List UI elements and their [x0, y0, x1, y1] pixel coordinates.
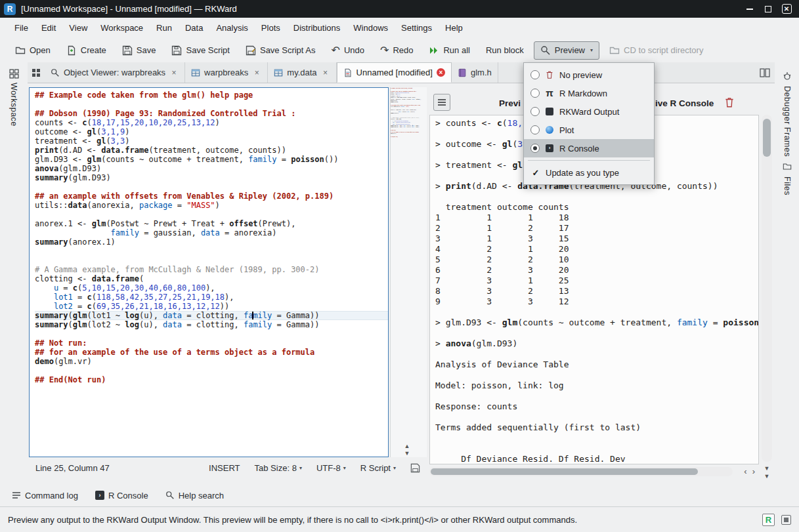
sidebar-item-workspace[interactable]: Workspace — [9, 83, 18, 127]
preview-title-fragment: ive R Console — [655, 92, 714, 115]
tab-label: Object Viewer: warpbreaks — [64, 68, 165, 77]
redo-button[interactable]: ↷ Redo — [374, 42, 419, 59]
run-block-label: Run block — [486, 45, 524, 55]
pi-icon: π — [544, 88, 555, 98]
menu-analysis[interactable]: Analysis — [209, 18, 254, 38]
r-engine-status-badge[interactable]: R — [762, 514, 775, 526]
tab-label: Unnamed [modified] — [356, 68, 433, 77]
preview-dropdown-menu: No preview π R Markdown RKWard Output Pl… — [523, 62, 655, 185]
help-search-icon — [165, 491, 175, 500]
split-view-button[interactable] — [755, 62, 775, 83]
scroll-down-icon[interactable]: ▼ — [399, 450, 415, 457]
tab-label: warpbreaks — [204, 68, 248, 77]
create-label: Create — [81, 45, 106, 55]
editor-minimap-scrollbar[interactable]: ## Example code taken from the glm() hel… — [390, 87, 427, 457]
close-button[interactable]: ✕ — [781, 3, 792, 15]
menu-item-r-markdown[interactable]: π R Markdown — [524, 84, 654, 102]
tab-unnamed-modified[interactable]: Unnamed [modified] × — [337, 62, 452, 83]
radio-icon — [530, 107, 540, 116]
undo-label: Undo — [344, 45, 364, 55]
radio-icon — [530, 70, 540, 79]
tab-list-button[interactable] — [28, 62, 45, 83]
filetype-select[interactable]: R Script▾ — [360, 463, 396, 473]
menu-edit[interactable]: Edit — [35, 18, 62, 38]
menu-distributions[interactable]: Distributions — [287, 18, 347, 38]
console-icon: › — [544, 143, 555, 153]
tab-close-icon[interactable]: × — [252, 68, 261, 77]
save-script-as-label: Save Script As — [260, 45, 316, 55]
menu-settings[interactable]: Settings — [395, 18, 439, 38]
open-button[interactable]: Open — [9, 42, 56, 59]
menu-item-plot[interactable]: Plot — [524, 121, 654, 139]
tab-close-icon[interactable]: × — [437, 68, 445, 77]
tab-my-data[interactable]: my.data × — [268, 62, 336, 83]
menu-file[interactable]: File — [8, 18, 35, 38]
run-block-button[interactable]: Run block — [480, 42, 530, 58]
run-all-label: Run all — [443, 45, 469, 55]
undo-button[interactable]: ↶ Undo — [326, 42, 370, 59]
help-book-icon — [458, 68, 467, 77]
cd-script-directory-button[interactable]: CD to script directory — [603, 42, 709, 59]
save-script-icon — [171, 45, 182, 56]
tab-warpbreaks[interactable]: warpbreaks × — [185, 62, 268, 83]
menu-item-no-preview[interactable]: No preview — [524, 66, 654, 84]
save-script-button[interactable]: Save Script — [165, 42, 235, 59]
titlebar: R [Unnamed Workspace] - Unnamed [modifie… — [0, 0, 799, 18]
preview-title-fragment: Previ — [499, 92, 521, 115]
scroll-down-icon[interactable]: ▼ — [762, 464, 772, 472]
menu-plots[interactable]: Plots — [255, 18, 287, 38]
preview-menu-button[interactable] — [433, 94, 450, 111]
menu-windows[interactable]: Windows — [347, 18, 395, 38]
sidebar-item-debugger-frames[interactable]: Debugger Frames — [783, 86, 792, 157]
scroll-left-icon[interactable]: ‹ — [744, 467, 746, 476]
scroll-up-icon[interactable]: ▲ — [399, 443, 415, 450]
minimize-button[interactable] — [744, 3, 756, 15]
tab-close-icon[interactable]: × — [321, 68, 330, 77]
menu-item-update-as-you-type[interactable]: ✓ Update as you type — [524, 163, 654, 182]
save-button[interactable]: Save — [116, 42, 162, 59]
chevron-down-icon: ▾ — [393, 465, 396, 471]
window-title: [Unnamed Workspace] - Unnamed [modified]… — [21, 4, 237, 14]
help-search-button[interactable]: Help search — [160, 487, 229, 504]
app-icon: R — [4, 3, 16, 15]
console-horizontal-scrollbar[interactable] — [429, 467, 733, 476]
menu-help[interactable]: Help — [439, 18, 469, 38]
tab-size-select[interactable]: Tab Size: 8▾ — [255, 463, 302, 473]
tab-close-icon[interactable]: × — [169, 68, 179, 77]
scroll-right-icon[interactable]: › — [752, 467, 755, 476]
r-console-button[interactable]: › R Console — [90, 487, 154, 504]
save-script-as-button[interactable]: Save Script As — [240, 42, 322, 59]
stop-engine-icon[interactable] — [781, 515, 791, 525]
encoding-select[interactable]: UTF-8▾ — [316, 463, 346, 473]
open-label: Open — [30, 45, 51, 55]
tab-glm-help[interactable]: glm.h — [452, 62, 498, 83]
scrollbar-thumb[interactable] — [763, 119, 771, 157]
console-vertical-scrollbar[interactable] — [762, 115, 772, 462]
menu-item-rkward-output[interactable]: RKWard Output — [524, 102, 654, 121]
preview-button[interactable]: Preview ▾ — [534, 41, 599, 60]
menu-workspace[interactable]: Workspace — [94, 18, 150, 38]
menu-run[interactable]: Run — [150, 18, 179, 38]
input-mode[interactable]: INSERT — [209, 463, 240, 473]
menu-item-r-console[interactable]: › R Console — [524, 139, 654, 157]
scroll-down-icon[interactable]: ▼ — [762, 472, 772, 480]
run-all-button[interactable]: Run all — [423, 42, 475, 59]
chevron-down-icon: ▾ — [343, 465, 346, 471]
save-status-icon[interactable] — [410, 463, 420, 473]
scrollbar-thumb[interactable] — [431, 468, 698, 475]
create-button[interactable]: Create — [60, 42, 112, 59]
editor-code[interactable]: ## Example code taken from the glm() hel… — [35, 91, 388, 384]
tab-object-viewer-warpbreaks[interactable]: Object Viewer: warpbreaks × — [45, 62, 185, 83]
sidebar-item-files[interactable]: Files — [783, 176, 792, 195]
trash-icon[interactable] — [723, 96, 737, 110]
maximize-button[interactable] — [762, 3, 774, 15]
undo-icon: ↶ — [332, 45, 340, 56]
command-log-button[interactable]: Command log — [7, 487, 83, 504]
cursor-position[interactable]: Line 25, Column 47 — [35, 463, 110, 473]
save-label: Save — [137, 45, 156, 55]
magnifier-icon — [51, 68, 60, 77]
files-icon — [783, 162, 792, 171]
menu-view[interactable]: View — [62, 18, 94, 38]
menu-data[interactable]: Data — [179, 18, 209, 38]
script-editor[interactable]: ## Example code taken from the glm() hel… — [29, 87, 389, 457]
